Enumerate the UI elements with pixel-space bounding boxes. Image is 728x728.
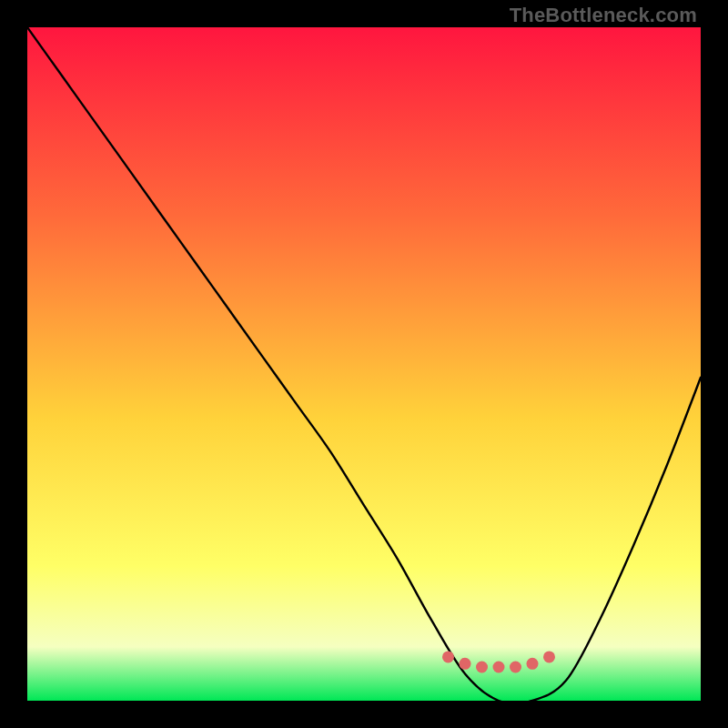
gradient-background: [27, 27, 701, 701]
marker-dot: [527, 658, 539, 670]
marker-dot: [460, 658, 471, 670]
marker-dot: [493, 662, 505, 673]
bottleneck-chart: [27, 27, 701, 701]
watermark-text: TheBottleneck.com: [510, 4, 697, 27]
chart-frame: TheBottleneck.com: [0, 0, 728, 728]
marker-dot: [543, 651, 555, 662]
marker-dot: [442, 651, 454, 662]
marker-dot: [510, 662, 521, 673]
marker-dot: [476, 662, 488, 673]
plot-area: [27, 27, 701, 701]
